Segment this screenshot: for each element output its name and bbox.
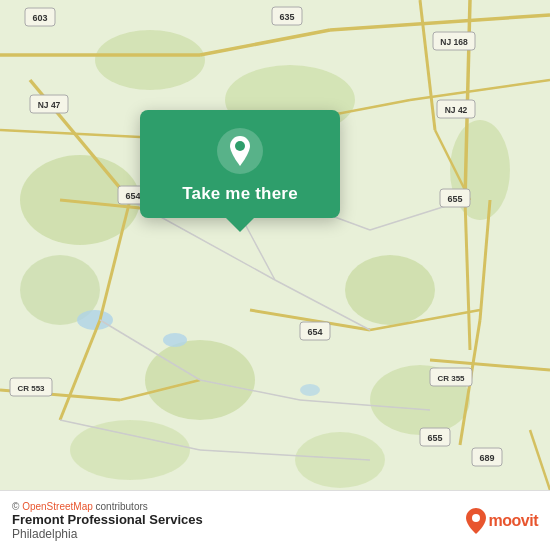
svg-point-73 <box>472 514 480 522</box>
take-me-there-button[interactable]: Take me there <box>182 184 298 204</box>
svg-text:NJ 42: NJ 42 <box>445 105 468 115</box>
svg-text:CR 553: CR 553 <box>17 384 45 393</box>
svg-text:603: 603 <box>32 13 47 23</box>
svg-point-13 <box>300 384 320 396</box>
svg-text:655: 655 <box>447 194 462 204</box>
bottom-info-bar: © OpenStreetMap contributors Fremont Pro… <box>0 490 550 550</box>
moovit-pin-icon <box>466 508 486 534</box>
svg-text:689: 689 <box>479 453 494 463</box>
osm-contributors: contributors <box>93 501 148 512</box>
svg-text:635: 635 <box>279 12 294 22</box>
svg-text:654: 654 <box>307 327 322 337</box>
svg-text:NJ 168: NJ 168 <box>440 37 468 47</box>
svg-point-12 <box>163 333 187 347</box>
svg-point-3 <box>345 255 435 325</box>
svg-point-6 <box>95 30 205 90</box>
navigation-popup[interactable]: Take me there <box>140 110 340 218</box>
svg-point-9 <box>70 420 190 480</box>
place-info: © OpenStreetMap contributors Fremont Pro… <box>12 501 458 541</box>
place-name: Fremont Professional Services <box>12 512 458 527</box>
osm-link[interactable]: OpenStreetMap <box>22 501 93 512</box>
location-pin-icon <box>217 128 263 174</box>
svg-text:654: 654 <box>125 191 140 201</box>
svg-point-10 <box>295 432 385 488</box>
moovit-logo: moovit <box>466 508 538 534</box>
osm-copyright: © <box>12 501 22 512</box>
osm-attribution: © OpenStreetMap contributors <box>12 501 458 512</box>
map-view: 603 635 NJ 168 NJ 47 NJ 42 654 655 654 C… <box>0 0 550 490</box>
svg-text:NJ 47: NJ 47 <box>38 100 61 110</box>
moovit-brand-text: moovit <box>489 512 538 530</box>
svg-point-72 <box>235 141 245 151</box>
place-city: Philadelphia <box>12 527 458 541</box>
svg-text:CR 355: CR 355 <box>437 374 465 383</box>
svg-point-11 <box>77 310 113 330</box>
svg-text:655: 655 <box>427 433 442 443</box>
